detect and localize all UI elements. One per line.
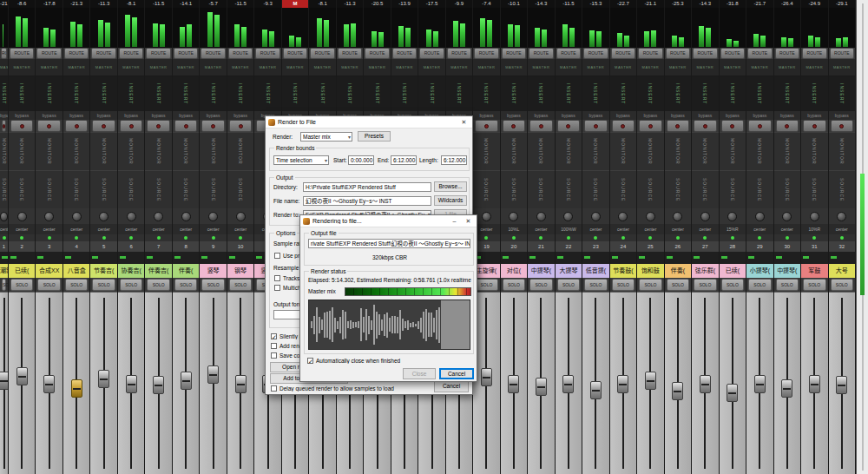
record-arm-button[interactable] [748,120,771,132]
fader-track[interactable] [801,292,827,474]
route-button[interactable]: ROUTE [365,48,389,59]
source-section[interactable]: SOURCE [528,170,554,208]
send-slots[interactable]: MASTER [118,59,144,76]
route-button[interactable]: ROUTE [419,48,444,59]
minimize-icon[interactable]: – [449,218,460,224]
fx-insert-slots[interactable]: INSERT [473,76,499,111]
pan-knob[interactable] [118,208,144,224]
close-icon[interactable]: ✕ [463,218,474,225]
pan-knob[interactable] [665,208,691,224]
fader-handle[interactable] [207,365,219,384]
solo-button[interactable]: SOLO [612,279,635,291]
source-section[interactable]: SOURCE [637,170,663,208]
solo-button[interactable]: SOLO [667,279,689,291]
pan-knob[interactable] [227,208,253,224]
fx-bypass-toggle[interactable]: bypass [9,111,35,120]
send-slots[interactable]: MASTER [829,59,855,76]
monitor-section[interactable]: MONITOR [173,132,199,170]
end-input[interactable]: 6:12.000 [391,155,417,165]
solo-button[interactable]: SOLO [475,279,497,291]
pan-knob[interactable] [9,208,35,224]
fader-track[interactable] [0,292,8,474]
record-arm-button[interactable] [65,120,88,132]
fx-bypass-toggle[interactable]: bypass [774,111,800,120]
fx-insert-slots[interactable]: INSERT [63,76,89,111]
monitor-section[interactable]: MONITOR [0,132,8,170]
route-button[interactable]: ROUTE [830,48,854,59]
source-section[interactable]: SOURCE [829,170,855,208]
solo-button[interactable]: SOLO [803,279,825,291]
route-button[interactable]: ROUTE [556,48,581,59]
fx-insert-slots[interactable]: INSERT [391,76,418,111]
solo-button[interactable]: SOLO [584,279,607,291]
send-slots[interactable]: MASTER [637,59,663,76]
fx-insert-slots[interactable]: INSERT [556,76,582,111]
source-section[interactable]: SOURCE [665,170,691,208]
send-slots[interactable]: MASTER [801,59,827,76]
record-arm-button[interactable] [37,120,60,132]
route-button[interactable]: ROUTE [119,48,143,59]
pan-knob[interactable] [528,208,554,224]
browse-button[interactable]: Browse... [434,181,467,192]
fx-bypass-toggle[interactable]: bypass [0,111,8,120]
route-button[interactable]: ROUTE [720,48,745,59]
fader-track[interactable] [692,292,718,474]
fader-handle[interactable] [727,384,738,402]
route-button[interactable]: ROUTE [611,48,635,59]
fx-insert-slots[interactable]: INSERT [746,76,773,111]
monitor-section[interactable]: MONITOR [610,132,636,170]
fader-handle[interactable] [645,372,656,390]
pan-knob[interactable] [200,208,226,224]
fader-track[interactable] [145,292,171,474]
fx-bypass-toggle[interactable]: bypass [90,111,116,120]
fx-insert-slots[interactable]: INSERT [446,76,472,111]
send-slots[interactable]: MASTER [720,59,746,76]
monitor-section[interactable]: MONITOR [36,132,62,170]
record-arm-button[interactable] [147,120,169,132]
fx-insert-slots[interactable]: INSERT [610,76,636,111]
source-section[interactable]: SOURCE [746,170,773,208]
send-slots[interactable]: MASTER [391,59,418,76]
fader-track[interactable] [720,292,746,474]
monitor-section[interactable]: MONITOR [665,132,691,170]
send-slots[interactable]: MASTER [692,59,718,76]
send-slots[interactable]: MASTER [337,59,363,76]
fx-insert-slots[interactable]: INSERT [254,76,280,111]
send-slots[interactable]: MASTER [746,59,773,76]
fx-insert-slots[interactable]: INSERT [829,76,855,111]
route-button[interactable]: ROUTE [283,48,307,59]
record-arm-button[interactable] [475,120,497,132]
record-arm-button[interactable] [694,120,716,132]
record-arm-button[interactable] [229,120,252,132]
track-name-label[interactable]: 低音提( [582,264,608,278]
pan-knob[interactable] [36,208,62,224]
send-slots[interactable]: MASTER [282,59,308,76]
route-button[interactable]: ROUTE [228,48,253,59]
pan-knob[interactable] [829,208,855,224]
route-button[interactable]: ROUTE [1,48,7,59]
fx-insert-slots[interactable]: INSERT [418,76,444,111]
track-name-label[interactable]: 已续( [720,264,746,278]
fader-track[interactable] [528,292,554,474]
record-arm-button[interactable] [174,120,197,132]
track-name-label[interactable]: 饱和鼓 [637,264,663,278]
render-target-select[interactable]: Master mix [300,132,352,142]
fader-track[interactable] [173,292,199,474]
send-slots[interactable]: MASTER [446,59,472,76]
route-button[interactable]: ROUTE [255,48,279,59]
fx-insert-slots[interactable]: INSERT [692,76,718,111]
monitor-section[interactable]: MONITOR [746,132,773,170]
pan-knob[interactable] [501,208,527,224]
fx-insert-slots[interactable]: INSERT [173,76,199,111]
monitor-section[interactable]: MONITOR [637,132,663,170]
fx-bypass-toggle[interactable]: bypass [720,111,746,120]
fader-track[interactable] [610,292,636,474]
track-name-label[interactable]: 军鼓 [801,264,827,278]
pan-knob[interactable] [0,208,8,224]
fx-insert-slots[interactable]: INSERT [720,76,746,111]
track-name-label[interactable]: 协奏吉( [118,264,144,278]
track-name-label[interactable]: 钢琴 [227,264,253,278]
source-section[interactable]: SOURCE [36,170,62,208]
record-arm-button[interactable] [721,120,744,132]
fader-handle[interactable] [754,375,766,393]
